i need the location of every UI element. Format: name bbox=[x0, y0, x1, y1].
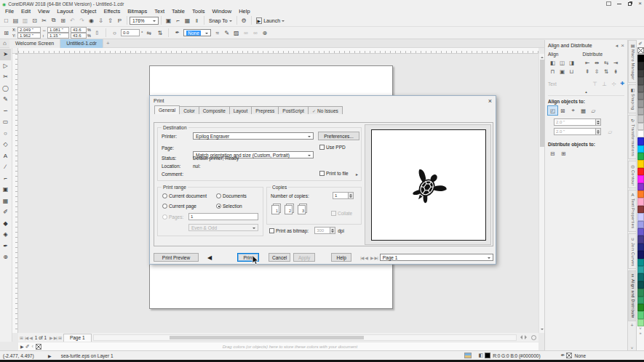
color-swatch-6[interactable] bbox=[637, 100, 644, 107]
menu-item-10[interactable]: Window bbox=[208, 8, 235, 15]
menu-item-3[interactable]: Layout bbox=[53, 8, 77, 15]
next-page-button[interactable]: ▶ bbox=[49, 335, 52, 340]
scroll-right-button[interactable] bbox=[525, 335, 529, 339]
current-document-radio[interactable]: Current document bbox=[162, 193, 207, 198]
bitmap-dpi-spinner[interactable] bbox=[330, 227, 335, 234]
scale-x-field[interactable]: 43.6 bbox=[71, 27, 87, 33]
copy-properties-icon[interactable]: ▨ bbox=[231, 28, 241, 38]
distribute-spacing-h-icon[interactable]: ⇆ bbox=[602, 58, 611, 67]
horizontal-scrollbar[interactable] bbox=[93, 334, 517, 341]
color-swatch-21[interactable] bbox=[637, 213, 644, 220]
show-rulers-icon[interactable]: ⌐ bbox=[173, 16, 183, 25]
color-swatch-30[interactable] bbox=[637, 281, 644, 289]
color-swatch-10[interactable] bbox=[637, 130, 644, 137]
distribute-center-v-icon[interactable]: ⇳ bbox=[592, 67, 602, 76]
docker-close-icon[interactable]: × bbox=[621, 42, 624, 49]
menu-item-1[interactable]: Edit bbox=[17, 8, 34, 15]
menu-item-4[interactable]: Object bbox=[77, 8, 100, 15]
color-swatch-8[interactable] bbox=[637, 115, 644, 122]
print-dialog-tab-1[interactable]: Color bbox=[179, 106, 199, 114]
convert-to-curve-icon[interactable]: ≈ bbox=[212, 28, 222, 38]
close-curve-icon[interactable]: ✎ bbox=[222, 28, 231, 38]
y-position-field[interactable]: 1.962 " bbox=[17, 33, 41, 39]
snap-to-dropdown[interactable]: Snap To bbox=[207, 18, 234, 23]
color-swatch-19[interactable] bbox=[637, 198, 644, 205]
first-page-button[interactable]: |◀ bbox=[25, 335, 28, 340]
smart-fill-tool[interactable]: ◈ bbox=[0, 229, 11, 241]
docker-collapse-icon[interactable]: ◂ bbox=[616, 43, 619, 49]
color-swatch-23[interactable] bbox=[637, 228, 644, 236]
selection-radio[interactable]: Selection bbox=[216, 204, 242, 209]
crop-tool[interactable]: ✂ bbox=[0, 71, 11, 83]
open-icon[interactable]: ▤ bbox=[11, 16, 20, 25]
color-swatch-16[interactable] bbox=[637, 175, 644, 182]
x-position-field[interactable]: 2.049 " bbox=[17, 27, 41, 33]
new-document-icon[interactable]: □ bbox=[1, 16, 11, 25]
vertical-scrollbar[interactable] bbox=[538, 54, 544, 333]
show-grid-icon[interactable]: ▦ bbox=[183, 16, 192, 25]
color-swatch-5[interactable] bbox=[637, 92, 644, 100]
horizontal-scrollbar-thumb[interactable] bbox=[170, 336, 364, 339]
print-to-file-box[interactable] bbox=[319, 171, 325, 176]
color-swatch-18[interactable] bbox=[637, 190, 644, 198]
printer-combo[interactable]: Epilog Engraver bbox=[193, 132, 314, 140]
color-swatch-17[interactable] bbox=[637, 183, 644, 190]
number-of-copies-field[interactable]: 1 bbox=[333, 192, 349, 199]
color-swatch-0[interactable] bbox=[637, 55, 644, 62]
color-swatch-20[interactable] bbox=[637, 206, 644, 213]
previous-page-button[interactable]: ◀ bbox=[29, 335, 32, 340]
align-center-h-icon[interactable]: ◫ bbox=[557, 58, 567, 67]
export-icon[interactable]: ⇧ bbox=[106, 16, 115, 25]
menu-item-0[interactable]: File bbox=[1, 8, 17, 15]
distribute-left-icon[interactable]: ⇤ bbox=[583, 58, 592, 67]
shape-tool[interactable]: ▷ bbox=[0, 60, 11, 72]
print-icon[interactable]: ⊡ bbox=[30, 16, 39, 25]
color-swatch-25[interactable] bbox=[637, 244, 644, 251]
color-swatch-33[interactable] bbox=[637, 304, 644, 311]
align-left-icon[interactable]: ◧ bbox=[548, 58, 557, 67]
print-dialog-tab-2[interactable]: Composite bbox=[199, 106, 230, 114]
undo-icon[interactable]: ↶ bbox=[68, 16, 77, 25]
color-swatch-12[interactable] bbox=[637, 145, 644, 153]
text-tool[interactable]: A bbox=[0, 150, 11, 162]
preview-previous-page-button[interactable]: ◀ bbox=[365, 255, 367, 260]
menu-item-6[interactable]: Bitmaps bbox=[124, 8, 151, 15]
object-width-field[interactable]: 1.081 " bbox=[47, 27, 69, 33]
print-preview-button[interactable]: Print Preview bbox=[154, 253, 199, 262]
color-swatch-4[interactable] bbox=[637, 85, 644, 92]
object-height-field[interactable]: 1.15 " bbox=[47, 33, 69, 39]
color-swatch-11[interactable] bbox=[637, 137, 644, 145]
color-swatch-15[interactable] bbox=[637, 168, 644, 175]
show-guidelines-icon[interactable]: ‖ bbox=[192, 16, 202, 25]
launch-dropdown[interactable]: ▶ Launch bbox=[254, 17, 287, 24]
help-button[interactable]: Help bbox=[331, 253, 351, 262]
paste-icon[interactable]: ⊞ bbox=[58, 16, 68, 25]
color-swatch-26[interactable] bbox=[637, 251, 644, 258]
distribute-spacing-v-icon[interactable]: ⇅ bbox=[602, 67, 611, 76]
align-point-x-spinner[interactable] bbox=[596, 118, 601, 126]
color-swatch-2[interactable] bbox=[637, 70, 644, 77]
dimension-tool[interactable]: ∕ bbox=[0, 161, 11, 173]
color-swatch-24[interactable] bbox=[637, 236, 644, 243]
print-to-file-expander-icon[interactable]: ▸ bbox=[356, 172, 357, 177]
docker-section-collapse-icon[interactable]: ▴ bbox=[548, 90, 624, 94]
polygon-tool[interactable]: ◇ bbox=[0, 139, 11, 150]
specify-point-icon[interactable]: ▱ bbox=[605, 127, 615, 136]
color-swatch-35[interactable] bbox=[637, 319, 644, 326]
color-swatch-32[interactable] bbox=[637, 297, 644, 304]
print-dialog-tab-0[interactable]: General bbox=[154, 105, 180, 114]
color-swatch-22[interactable] bbox=[637, 221, 644, 228]
shadow-tool[interactable]: ▣ bbox=[0, 184, 11, 196]
align-to-page-center-icon[interactable]: ⌖ bbox=[568, 106, 578, 115]
color-swatch-14[interactable] bbox=[637, 160, 644, 167]
color-swatch-28[interactable] bbox=[637, 266, 644, 273]
palette-picker-icon[interactable]: ✐ bbox=[638, 41, 642, 47]
pick-point-cursor-icon[interactable]: ✚ bbox=[620, 81, 624, 87]
color-swatch-34[interactable] bbox=[637, 311, 644, 318]
minimize-button[interactable] bbox=[617, 4, 621, 4]
distribute-to-page-icon[interactable]: ⊞ bbox=[559, 149, 568, 158]
new-tab-button[interactable]: + bbox=[103, 39, 113, 48]
mirror-vertical-icon[interactable]: ⇅ bbox=[155, 28, 164, 38]
transparency-tool[interactable]: ▦ bbox=[0, 196, 11, 207]
zoom-tool[interactable]: ◯ bbox=[0, 83, 11, 94]
